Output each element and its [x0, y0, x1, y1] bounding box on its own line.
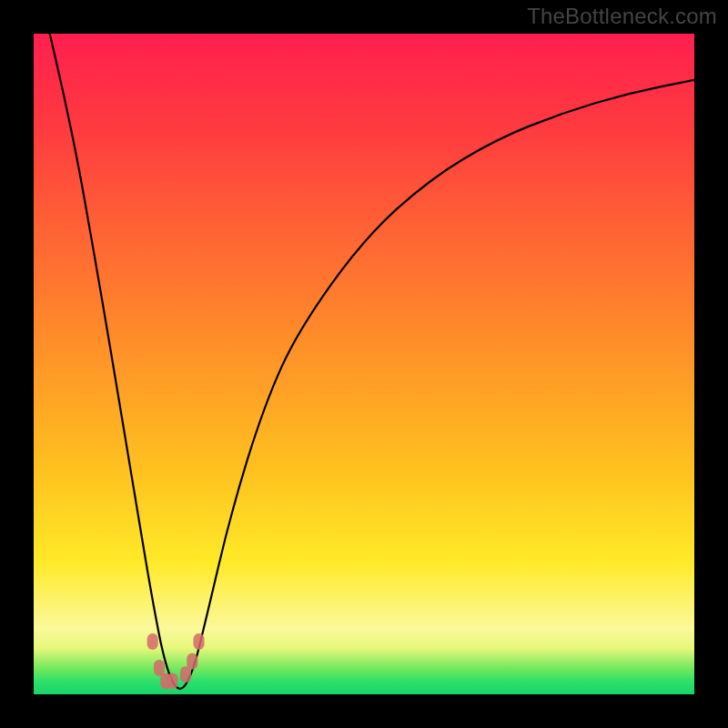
bottleneck-curve: [34, 34, 694, 689]
marker-dot: [180, 666, 191, 682]
watermark-text: TheBottleneck.com: [527, 4, 717, 29]
marker-dot: [167, 672, 177, 689]
chart-frame: TheBottleneck.com: [0, 0, 728, 728]
marker-cluster: [147, 633, 205, 690]
marker-dot: [147, 633, 158, 650]
marker-dot: [194, 633, 205, 650]
plot-area: [34, 34, 694, 694]
marker-dot: [187, 653, 197, 670]
curve-svg: [34, 34, 694, 694]
marker-dot: [154, 660, 165, 676]
